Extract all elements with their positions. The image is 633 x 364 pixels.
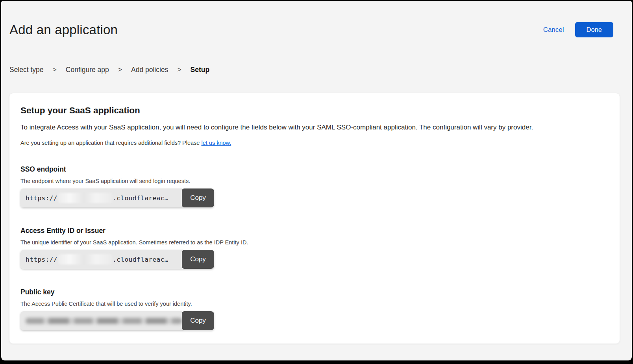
breadcrumb-separator: >: [177, 66, 181, 74]
access-entity-id-field-row: https:// .cloudflareac… Copy: [20, 250, 214, 269]
sso-endpoint-section: SSO endpoint The endpoint where your Saa…: [20, 165, 609, 207]
section-description: The Access Public Certificate that will …: [20, 301, 609, 307]
section-label: SSO endpoint: [20, 165, 609, 174]
public-key-value: [20, 311, 182, 330]
public-key-section: Public key The Access Public Certificate…: [20, 288, 609, 330]
url-prefix: https://: [26, 194, 57, 202]
section-description: The unique identifier of your SaaS appli…: [20, 239, 609, 246]
url-prefix: https://: [26, 256, 57, 263]
copy-button[interactable]: Copy: [182, 311, 214, 330]
copy-button[interactable]: Copy: [182, 250, 214, 269]
card-note: Are you setting up an application that r…: [20, 140, 609, 146]
breadcrumb-separator: >: [53, 66, 57, 74]
url-suffix: .cloudflareac…: [113, 194, 168, 202]
page-header: Add an application Cancel Done: [1, 1, 632, 37]
app-window: Add an application Cancel Done Select ty…: [1, 1, 632, 360]
let-us-know-link[interactable]: let us know.: [201, 140, 231, 146]
card-intro: To integrate Access with your SaaS appli…: [20, 124, 609, 131]
breadcrumb: Select type > Configure app > Add polici…: [1, 66, 632, 74]
url-suffix: .cloudflareac…: [113, 256, 168, 263]
cancel-button[interactable]: Cancel: [543, 26, 564, 34]
breadcrumb-step-setup: Setup: [191, 66, 210, 74]
copy-button[interactable]: Copy: [182, 188, 214, 207]
section-label: Public key: [20, 288, 609, 296]
access-entity-id-value: https:// .cloudflareac…: [20, 250, 182, 269]
redacted-public-key-blur: [26, 318, 182, 324]
setup-card: Setup your SaaS application To integrate…: [9, 93, 620, 344]
sso-endpoint-value: https:// .cloudflareac…: [20, 188, 182, 207]
header-actions: Cancel Done: [543, 22, 613, 37]
note-text: Are you setting up an application that r…: [20, 140, 201, 146]
breadcrumb-step-configure-app[interactable]: Configure app: [66, 66, 109, 74]
section-description: The endpoint where your SaaS application…: [20, 178, 609, 184]
card-heading: Setup your SaaS application: [20, 105, 609, 116]
breadcrumb-step-add-policies[interactable]: Add policies: [131, 66, 168, 74]
access-entity-id-section: Access Entity ID or Issuer The unique id…: [20, 227, 609, 269]
page-title: Add an application: [9, 22, 118, 37]
sso-endpoint-field-row: https:// .cloudflareac… Copy: [20, 188, 214, 207]
public-key-field-row: Copy: [20, 311, 214, 330]
done-button[interactable]: Done: [575, 22, 613, 37]
breadcrumb-separator: >: [118, 66, 122, 74]
breadcrumb-step-select-type[interactable]: Select type: [9, 66, 44, 74]
section-label: Access Entity ID or Issuer: [20, 227, 609, 235]
redacted-subdomain-blur: [58, 193, 112, 203]
redacted-subdomain-blur: [58, 254, 112, 264]
